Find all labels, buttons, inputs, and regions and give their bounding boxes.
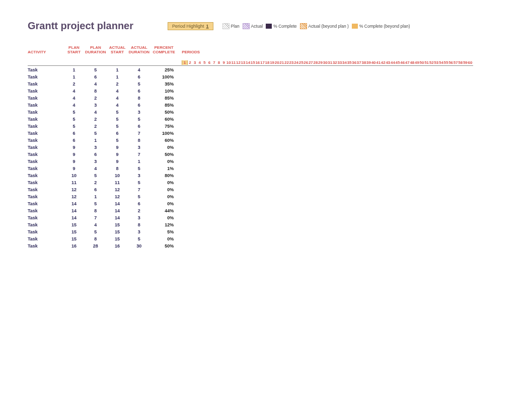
actual-duration-cell: 1 <box>127 158 151 165</box>
period-number: 12 <box>236 60 241 65</box>
actual-duration-cell: 7 <box>127 186 151 193</box>
complete-beyond-swatch-icon <box>352 24 358 29</box>
table-row[interactable]: Task1211250% <box>28 193 473 200</box>
activity-cell: Task <box>28 130 64 137</box>
legend-plan-label: Plan <box>231 24 240 29</box>
period-number: 59 <box>463 60 468 65</box>
actual-swatch-icon <box>243 23 250 29</box>
period-number: 27 <box>309 60 314 65</box>
activity-cell: Task <box>28 172 64 179</box>
period-number: 33 <box>337 60 342 65</box>
table-row[interactable]: Task1628163050% <box>28 242 473 250</box>
header-plan-start: PLANSTART <box>64 46 84 60</box>
period-number: 31 <box>328 60 333 65</box>
plan-start-cell: 1 <box>64 73 84 80</box>
period-number: 24 <box>294 60 299 65</box>
plan-start-cell: 5 <box>64 123 84 130</box>
period-number: 46 <box>400 60 405 65</box>
period-number: 10 <box>226 60 231 65</box>
plan-duration-cell: 28 <box>84 242 108 250</box>
actual-duration-cell: 5 <box>127 80 151 88</box>
table-row[interactable]: Task10510380% <box>28 172 473 179</box>
table-row[interactable]: Task545350% <box>28 109 473 116</box>
table-row[interactable]: Task525560% <box>28 116 473 123</box>
actual-duration-cell: 8 <box>127 95 151 102</box>
table-row[interactable]: Task151425% <box>28 66 473 73</box>
period-number: 57 <box>453 60 458 65</box>
legend-actual-label: Actual <box>251 24 263 29</box>
percent-complete-cell: 0% <box>151 158 177 165</box>
table-row[interactable]: Task242535% <box>28 80 473 88</box>
plan-duration-cell: 2 <box>84 116 108 123</box>
activity-cell: Task <box>28 80 64 88</box>
activity-cell: Task <box>28 137 64 144</box>
actual-start-cell: 4 <box>108 95 127 102</box>
activity-cell: Task <box>28 207 64 214</box>
table-row[interactable]: Task525675% <box>28 123 473 130</box>
plan-duration-cell: 1 <box>84 137 108 144</box>
activity-cell: Task <box>28 73 64 80</box>
period-highlight-value: 1 <box>206 24 209 29</box>
actual-start-cell: 10 <box>108 172 127 179</box>
period-number: 15 <box>250 60 255 65</box>
activity-cell: Task <box>28 88 64 95</box>
period-number: 40 <box>371 60 376 65</box>
plan-start-cell: 12 <box>64 193 84 200</box>
plan-start-cell: 9 <box>64 144 84 151</box>
activity-cell: Task <box>28 66 64 73</box>
table-row[interactable]: Task434685% <box>28 102 473 109</box>
table-row[interactable]: Task93930% <box>28 144 473 151</box>
actual-duration-cell: 6 <box>127 88 151 95</box>
plan-start-cell: 12 <box>64 186 84 193</box>
table-row[interactable]: Task1121150% <box>28 179 473 186</box>
actual-start-cell: 9 <box>108 158 127 165</box>
table-row[interactable]: Task1581550% <box>28 235 473 242</box>
actual-start-cell: 5 <box>108 116 127 123</box>
table-row[interactable]: Task969750% <box>28 151 473 158</box>
period-number: 49 <box>415 60 420 65</box>
table-row[interactable]: Task484610% <box>28 88 473 95</box>
period-number: 19 <box>270 60 275 65</box>
actual-duration-cell: 2 <box>127 207 151 214</box>
table-row[interactable]: Task14814244% <box>28 207 473 214</box>
actual-duration-cell: 5 <box>127 193 151 200</box>
period-highlight-box[interactable]: Period Highlight 1 <box>168 22 213 30</box>
period-number: 3 <box>192 60 197 65</box>
table-row[interactable]: Task1471430% <box>28 214 473 221</box>
table-row[interactable]: Task93910% <box>28 158 473 165</box>
table-row[interactable]: Task1261270% <box>28 186 473 193</box>
actual-start-cell: 14 <box>108 207 127 214</box>
period-number: 42 <box>381 60 386 65</box>
period-number: 39 <box>366 60 371 65</box>
plan-start-cell: 9 <box>64 151 84 158</box>
table-row[interactable]: Task1451460% <box>28 200 473 207</box>
percent-complete-cell: 80% <box>151 172 177 179</box>
actual-start-cell: 15 <box>108 235 127 242</box>
period-number: 32 <box>333 60 338 65</box>
activity-cell: Task <box>28 158 64 165</box>
period-number: 1 <box>182 60 188 65</box>
table-row[interactable]: Task94851% <box>28 165 473 172</box>
plan-start-cell: 5 <box>64 116 84 123</box>
table-row[interactable]: Task1551535% <box>28 228 473 235</box>
period-number: 34 <box>342 60 347 65</box>
actual-duration-cell: 6 <box>127 102 151 109</box>
period-number: 53 <box>434 60 439 65</box>
period-number: 14 <box>246 60 251 65</box>
period-number: 29 <box>318 60 323 65</box>
table-row[interactable]: Task6567100% <box>28 130 473 137</box>
table-row[interactable]: Task15415812% <box>28 221 473 228</box>
actual-duration-cell: 7 <box>127 130 151 137</box>
table-row[interactable]: Task615860% <box>28 137 473 144</box>
page-title: Grantt project planner <box>28 20 133 32</box>
table-row[interactable]: Task424885% <box>28 95 473 102</box>
plan-start-cell: 4 <box>64 102 84 109</box>
percent-complete-cell: 75% <box>151 123 177 130</box>
percent-complete-cell: 5% <box>151 228 177 235</box>
percent-complete-cell: 60% <box>151 137 177 144</box>
period-number: 54 <box>439 60 444 65</box>
header-actual-start: ACTUALSTART <box>108 46 127 60</box>
header-actual-duration: ACTUALDURATION <box>127 46 151 60</box>
activity-cell: Task <box>28 179 64 186</box>
table-row[interactable]: Task1616100% <box>28 73 473 80</box>
